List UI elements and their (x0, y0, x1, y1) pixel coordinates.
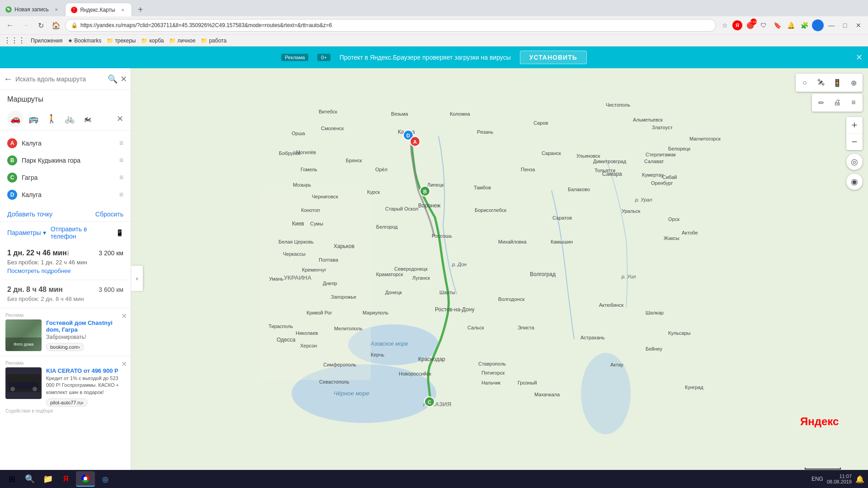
ad-hotel-close-icon[interactable]: ✕ (121, 312, 127, 320)
search-icon[interactable]: 🔍 (108, 74, 118, 84)
svg-text:Шахты: Шахты (439, 290, 455, 295)
transport-close-icon[interactable]: ✕ (117, 114, 123, 124)
tab-yandex-maps[interactable]: 📍 Яндекс.Карты × (65, 3, 132, 16)
waypoint-row-a[interactable]: A Калуга ≡ (0, 135, 131, 152)
compass-button[interactable]: ◎ (846, 154, 863, 170)
tab-new-record[interactable]: ✎ Новая запись × (0, 3, 65, 16)
my-location-button[interactable]: ◉ (846, 174, 863, 190)
tab-close-yandex[interactable]: × (120, 7, 126, 13)
bookmark-work[interactable]: 📁 работа (201, 38, 226, 44)
map-menu-button[interactable]: ≡ (846, 95, 861, 110)
map-satellite-mode-button[interactable]: 🛰 (814, 75, 828, 90)
svg-text:Бейнеу: Бейнеу (646, 346, 663, 352)
bookmark-korba[interactable]: 📁 корба (141, 38, 164, 44)
file-explorer-button[interactable]: 📁 (40, 471, 56, 487)
new-tab-button[interactable]: + (134, 3, 147, 16)
bookmark-bookmarks[interactable]: ★ Bookmarks (68, 38, 101, 44)
waypoint-row-c[interactable]: C Гагра ≡ (0, 169, 131, 186)
zoom-out-button[interactable]: − (846, 134, 863, 150)
chrome-taskbar-app[interactable] (76, 471, 95, 487)
map-print-button[interactable]: 🖨 (830, 95, 844, 110)
bookmark-applications[interactable]: Приложения (31, 38, 62, 44)
minimize-button[interactable]: — (826, 19, 837, 31)
keyboard-language[interactable]: ENG (811, 476, 823, 482)
ad-banner-close[interactable]: ✕ (856, 52, 863, 62)
reset-button[interactable]: Сбросить (95, 211, 123, 218)
route1-details-link[interactable]: Посмотреть подробнее (7, 267, 123, 274)
map-circle-mode-button[interactable]: ○ (797, 75, 812, 90)
svg-text:Жаксы: Жаксы (664, 235, 679, 241)
route1-time: 1 дн. 22 ч 46 мин (7, 249, 67, 257)
ad-hotel-title[interactable]: Гостевой дом Chastnyi dom, Гагра (46, 319, 125, 333)
star-bookmark-icon[interactable]: ☆ (719, 19, 731, 31)
send-to-phone-button[interactable]: Отправить в телефон 📱 (51, 225, 123, 240)
bookmark-personal[interactable]: 📁 личное (169, 38, 195, 44)
notification-center-button[interactable]: 🔔 (855, 475, 864, 483)
bookmark-applications-label: Приложения (31, 38, 62, 44)
profile-icon[interactable]: 👤 (812, 19, 824, 31)
home-button[interactable]: 🏠 (50, 19, 62, 32)
waypoint-row-b[interactable]: B Парк Кудыкина гора ≡ (0, 152, 131, 169)
svg-text:Конотоп: Конотоп (301, 207, 320, 213)
forward-button[interactable]: → (19, 19, 32, 32)
tab-close-new-record[interactable]: × (53, 6, 60, 13)
ad-install-button[interactable]: УСТАНОВИТЬ (520, 51, 587, 64)
add-point-button[interactable]: Добавить точку (7, 211, 52, 218)
ad-booking-badge[interactable]: booking.com › (46, 343, 84, 351)
yandex-taskbar-app[interactable]: Я (58, 471, 74, 487)
windows-start-button[interactable]: ⊞ (4, 471, 20, 487)
route1-info-icon[interactable]: ℹ (67, 249, 69, 257)
transport-moto-button[interactable]: 🏍 (80, 111, 96, 127)
app-area: ← 🔍 ✕ Маршруты 🚗 🚌 🚶 🚲 🏍 ✕ A Калуга ≡ (0, 68, 868, 488)
search-taskbar-button[interactable]: 🔍 (22, 471, 38, 487)
route-card-1[interactable]: 1 дн. 22 ч 46 мин ℹ 3 200 км Без пробок:… (0, 244, 131, 280)
kia-title[interactable]: KIA CERATO от 496 900 Р (46, 367, 125, 374)
svg-text:Кумертау: Кумертау (642, 172, 664, 178)
puzzle-icon[interactable]: 🧩 (798, 19, 810, 31)
svg-text:Курск: Курск (367, 189, 380, 195)
apps-grid-button[interactable]: ⋮⋮⋮ (4, 36, 25, 45)
waypoint-drag-b[interactable]: ≡ (119, 156, 123, 164)
back-button[interactable]: ← (4, 19, 16, 32)
panel-toggle-button[interactable]: ‹ (131, 266, 143, 291)
params-button[interactable]: Параметры ▾ (7, 229, 46, 236)
ext-icon-1[interactable]: 🔖 (771, 19, 783, 31)
shield-icon[interactable]: 🛡 (758, 19, 769, 31)
taskbar-time-display: 11:07 (839, 474, 852, 479)
waypoint-drag-d[interactable]: ≡ (119, 191, 123, 199)
reload-button[interactable]: ↻ (34, 19, 47, 32)
svg-text:Новороссийск: Новороссийск (399, 371, 431, 376)
svg-text:Гомель: Гомель (301, 167, 317, 172)
yandex-extension-icon[interactable]: Я (732, 20, 742, 30)
transport-bus-button[interactable]: 🚌 (25, 111, 42, 127)
send-phone-icon: 📱 (116, 229, 123, 236)
svg-text:Актобе: Актобе (682, 230, 698, 235)
waypoint-row-d[interactable]: D Калуга ≡ (0, 186, 131, 203)
bell-icon[interactable]: 🔔 (785, 19, 797, 31)
svg-text:Орёл: Орёл (375, 167, 387, 172)
waypoint-drag-a[interactable]: ≡ (119, 139, 123, 147)
notification-icon[interactable]: 🔴 +23 (744, 19, 756, 31)
map-area[interactable]: ‹ Чёрное море Азовское море (131, 68, 868, 488)
transport-walk-button[interactable]: 🚶 (43, 111, 60, 127)
transport-car-button[interactable]: 🚗 (7, 111, 24, 127)
bookmark-trackers[interactable]: 📁 трекеры (107, 38, 136, 44)
transport-bike-button[interactable]: 🚲 (61, 111, 78, 127)
close-window-button[interactable]: ✕ (853, 19, 864, 31)
map-hybrid-mode-button[interactable]: 🚦 (830, 75, 844, 90)
svg-text:B: B (423, 189, 427, 194)
svg-text:Чёрное море: Чёрное море (334, 390, 369, 397)
route-card-2[interactable]: 2 дн. 8 ч 48 мин 3 600 км Без пробок: 2 … (0, 280, 131, 308)
clear-search-icon[interactable]: ✕ (120, 74, 127, 84)
back-icon[interactable]: ← (4, 74, 13, 84)
map-pencil-tool-button[interactable]: ✏ (814, 95, 828, 110)
kia-close-icon[interactable]: ✕ (121, 360, 127, 368)
extra-app-taskbar[interactable]: ◎ (97, 471, 114, 487)
waypoint-drag-c[interactable]: ≡ (119, 174, 123, 182)
map-layers-button[interactable]: ⊕ (846, 75, 861, 90)
search-along-route-input[interactable] (15, 75, 105, 83)
zoom-in-button[interactable]: + (846, 117, 863, 133)
maximize-button[interactable]: □ (839, 19, 851, 31)
kia-badge[interactable]: pilot-auto77.ru › (46, 399, 88, 407)
address-bar[interactable]: 🔒 https://yandex.ru/maps/?clid=2063711&l… (65, 19, 716, 32)
